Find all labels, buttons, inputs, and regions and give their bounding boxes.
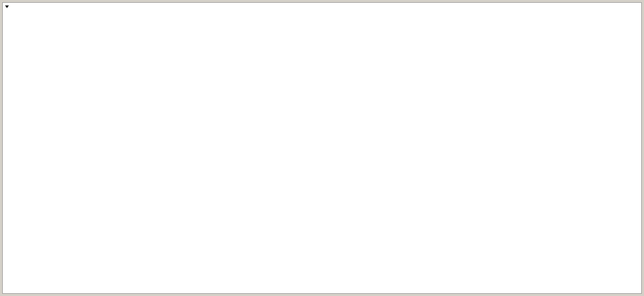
symbol-dropdown-icon[interactable] [5,5,9,8]
chart-canvas[interactable] [0,0,644,296]
